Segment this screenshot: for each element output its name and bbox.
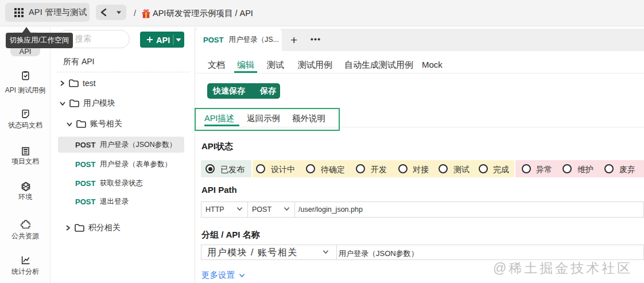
svg-text:API: API: [156, 36, 170, 45]
